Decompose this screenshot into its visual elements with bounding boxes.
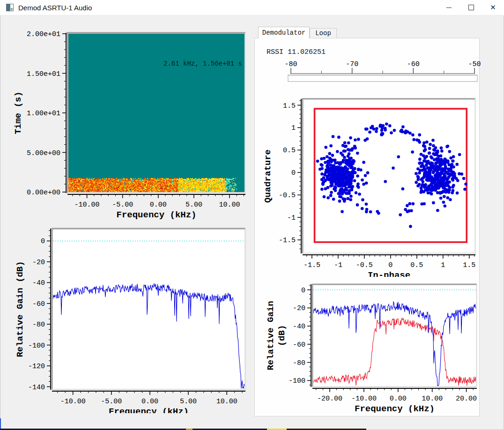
svg-text:-80: -80 <box>32 321 45 329</box>
tab-loop[interactable]: Loop <box>310 28 337 38</box>
svg-text:In-phase: In-phase <box>368 270 410 277</box>
app-window: Demod ASRTU-1 Audio ✕ 0.00e+005.00e+001.… <box>0 0 504 430</box>
waterfall-plot[interactable]: 0.00e+005.00e+001.00e+011.50e+012.00e+01… <box>9 27 251 220</box>
svg-text:2.00e+01: 2.00e+01 <box>27 30 60 38</box>
svg-text:(dB): (dB) <box>277 325 287 347</box>
svg-text:0.00: 0.00 <box>141 398 158 406</box>
svg-text:-1.5: -1.5 <box>304 261 320 269</box>
svg-text:10.00: 10.00 <box>219 201 240 209</box>
app-icon <box>6 4 14 11</box>
svg-text:-100: -100 <box>289 377 305 385</box>
svg-text:1.5: 1.5 <box>463 261 475 269</box>
svg-text:10.00: 10.00 <box>422 395 443 403</box>
svg-text:0: 0 <box>388 261 393 269</box>
svg-text:-80: -80 <box>293 359 305 367</box>
svg-text:1.5: 1.5 <box>283 102 296 110</box>
svg-text:-60: -60 <box>32 300 45 308</box>
svg-text:0: 0 <box>291 169 296 177</box>
svg-text:-1: -1 <box>334 261 342 269</box>
titlebar[interactable]: Demod ASRTU-1 Audio ✕ <box>0 0 504 15</box>
svg-text:20.00: 20.00 <box>456 395 477 403</box>
svg-text:-0.5: -0.5 <box>279 192 296 200</box>
svg-text:-40: -40 <box>32 279 45 287</box>
svg-text:-10.00: -10.00 <box>351 395 377 403</box>
svg-text:-10.00: -10.00 <box>60 398 86 406</box>
window-controls: ✕ <box>438 0 504 15</box>
svg-text:Relative Gain: Relative Gain <box>266 301 276 370</box>
svg-text:1: 1 <box>441 261 445 269</box>
svg-text:Frequency (kHz): Frequency (kHz) <box>116 210 196 220</box>
svg-text:5.00: 5.00 <box>180 398 197 406</box>
minimize-button[interactable] <box>438 0 460 15</box>
demod-spectrum-plot[interactable]: 0-20-40-60-80-100-20.00-10.000.0010.0020… <box>259 277 482 413</box>
svg-text:-100: -100 <box>28 342 45 350</box>
svg-text:-1.5: -1.5 <box>279 237 296 245</box>
maximize-icon <box>468 5 474 10</box>
svg-text:0.00: 0.00 <box>150 201 167 209</box>
svg-text:-20: -20 <box>32 259 45 267</box>
svg-text:Frequency (kHz): Frequency (kHz) <box>109 407 189 413</box>
audio-spectrum-plot[interactable]: 0-20-40-60-80-100-120-140-10.00-5.000.00… <box>9 226 251 413</box>
constellation-plot[interactable]: -1.5-1-0.500.511.5-1.5-1-0.500.511.5In-p… <box>258 92 482 277</box>
svg-text:Relative Gain (dB): Relative Gain (dB) <box>15 261 25 357</box>
svg-text:-60: -60 <box>293 341 305 349</box>
minimize-icon <box>446 7 452 8</box>
svg-text:5.00e+00: 5.00e+00 <box>27 149 60 157</box>
demodulator-tab-page: RSSI 11.026251 -80-70-60-50 -1.5-1-0.500… <box>254 38 480 416</box>
svg-text:Time (s): Time (s) <box>13 91 23 134</box>
svg-text:-0.5: -0.5 <box>356 261 373 269</box>
svg-text:Quadrature: Quadrature <box>263 149 273 203</box>
svg-text:-140: -140 <box>28 384 45 392</box>
svg-text:Frequency (kHz): Frequency (kHz) <box>355 404 435 413</box>
maximize-button[interactable] <box>460 0 482 15</box>
close-icon: ✕ <box>490 3 496 12</box>
svg-text:-20: -20 <box>293 304 305 312</box>
svg-text:1.00e+01: 1.00e+01 <box>27 110 60 118</box>
svg-text:1: 1 <box>291 124 296 132</box>
svg-text:5.00: 5.00 <box>185 201 202 209</box>
svg-text:-60: -60 <box>407 60 420 68</box>
tab-demodulator[interactable]: Demodulator <box>258 27 310 38</box>
svg-text:-50: -50 <box>468 60 481 68</box>
svg-text:-10.00: -10.00 <box>74 201 100 209</box>
close-button[interactable]: ✕ <box>482 0 504 15</box>
svg-text:0.5: 0.5 <box>410 261 423 269</box>
svg-text:0: 0 <box>301 287 305 295</box>
svg-text:-40: -40 <box>293 323 305 331</box>
rssi-value-label: RSSI 11.026251 <box>267 48 326 56</box>
svg-text:10.00: 10.00 <box>216 398 237 406</box>
svg-text:0: 0 <box>41 237 45 245</box>
svg-text:-120: -120 <box>28 363 45 371</box>
svg-text:-5.00: -5.00 <box>112 201 133 209</box>
window-title: Demod ASRTU-1 Audio <box>18 4 92 12</box>
svg-text:0.00: 0.00 <box>390 395 407 403</box>
waterfall-canvas[interactable] <box>68 34 245 192</box>
svg-text:-70: -70 <box>346 60 358 68</box>
svg-text:-1: -1 <box>287 214 296 222</box>
svg-text:0.00e+00: 0.00e+00 <box>27 189 60 197</box>
svg-text:-5.00: -5.00 <box>101 398 122 406</box>
svg-text:0.5: 0.5 <box>283 147 296 155</box>
svg-text:1.50e+01: 1.50e+01 <box>27 70 60 78</box>
svg-text:-20.00: -20.00 <box>317 395 342 403</box>
svg-text:-80: -80 <box>284 60 297 68</box>
rssi-gauge: -80-70-60-50 <box>281 60 481 89</box>
